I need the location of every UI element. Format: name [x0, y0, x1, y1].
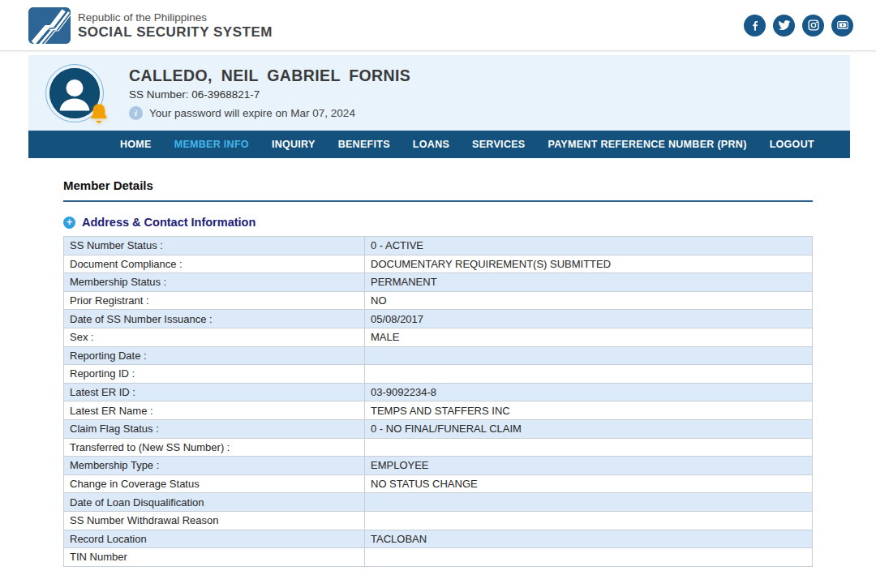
table-row: Prior Registrant :NO: [64, 291, 813, 310]
brand-text: Republic of the Philippines SOCIAL SECUR…: [78, 11, 273, 41]
detail-value: 0 - NO FINAL/FUNERAL CLAIM: [365, 419, 813, 438]
table-row: TIN Number: [64, 548, 813, 567]
detail-value: DOCUMENTARY REQUIREMENT(S) SUBMITTED: [365, 255, 813, 273]
section-title: Address & Contact Information: [82, 216, 256, 229]
expand-plus-icon[interactable]: +: [63, 217, 75, 229]
title-divider: [63, 200, 813, 202]
member-name: CALLEDO, NEIL GABRIEL FORNIS: [129, 67, 410, 85]
nav-item-payment-reference-number-prn[interactable]: PAYMENT REFERENCE NUMBER (PRN): [548, 139, 746, 150]
detail-label: Date of Loan Disqualification: [64, 493, 365, 512]
nav-item-logout[interactable]: LOGOUT: [770, 139, 814, 150]
detail-label: TIN Number: [64, 548, 365, 567]
top-bar: Republic of the Philippines SOCIAL SECUR…: [0, 0, 876, 51]
table-row: Latest ER ID :03-9092234-8: [64, 383, 813, 401]
nav-item-home[interactable]: HOME: [120, 139, 152, 150]
brand-sss-line: SOCIAL SECURITY SYSTEM: [78, 24, 273, 41]
detail-label: Latest ER Name :: [64, 401, 365, 420]
detail-label: Record Location: [64, 530, 365, 548]
detail-value: EMPLOYEE: [365, 457, 813, 475]
detail-value: NO STATUS CHANGE: [365, 474, 813, 493]
detail-value: [365, 365, 813, 384]
detail-value: 03-9092234-8: [365, 383, 813, 401]
table-row: Change in Coverage StatusNO STATUS CHANG…: [64, 474, 813, 493]
table-row: Latest ER Name :TEMPS AND STAFFERS INC: [64, 401, 813, 420]
member-details-table: SS Number Status :0 - ACTIVEDocument Com…: [63, 236, 813, 567]
detail-label: Date of SS Number Issuance :: [64, 310, 365, 328]
member-ss-number: SS Number: 06-3968821-7: [129, 88, 410, 101]
member-meta: CALLEDO, NEIL GABRIEL FORNIS SS Number: …: [129, 67, 410, 120]
table-row: Record LocationTACLOBAN: [64, 530, 813, 548]
nav-item-services[interactable]: SERVICES: [472, 139, 525, 150]
detail-value: [365, 493, 813, 512]
detail-value: 05/08/2017: [365, 310, 813, 328]
table-row: Document Compliance :DOCUMENTARY REQUIRE…: [64, 255, 813, 273]
detail-value: MALE: [365, 328, 813, 346]
brand-republic-line: Republic of the Philippines: [78, 11, 273, 24]
detail-value: [365, 511, 813, 530]
detail-value: TEMPS AND STAFFERS INC: [365, 401, 813, 420]
content: Member Details + Address & Contact Infor…: [63, 178, 813, 567]
detail-label: SS Number Status :: [64, 237, 365, 255]
sss-logo-icon: [28, 7, 71, 44]
detail-label: Reporting ID :: [64, 365, 365, 384]
detail-value: 0 - ACTIVE: [365, 237, 813, 255]
nav-item-loans[interactable]: LOANS: [413, 139, 449, 150]
detail-label: Membership Status :: [64, 273, 365, 292]
detail-label: SS Number Withdrawal Reason: [64, 511, 365, 530]
page-title: Member Details: [63, 178, 813, 192]
table-row: Transferred to (New SS Number) :: [64, 438, 813, 457]
detail-label: Claim Flag Status :: [64, 419, 365, 438]
detail-value: NO: [365, 291, 813, 310]
notification-bell-icon[interactable]: [87, 101, 111, 126]
nav-item-benefits[interactable]: BENEFITS: [338, 139, 390, 150]
detail-label: Sex :: [64, 328, 365, 346]
table-row: Membership Status :PERMANENT: [64, 273, 813, 292]
detail-label: Prior Registrant :: [64, 291, 365, 310]
table-row: SS Number Withdrawal Reason: [64, 511, 813, 530]
nav-item-member-info[interactable]: MEMBER INFO: [174, 139, 249, 150]
detail-label: Transferred to (New SS Number) :: [64, 438, 365, 457]
table-row: Reporting Date :: [64, 346, 813, 365]
detail-label: Change in Coverage Status: [64, 474, 365, 493]
table-row: Membership Type :EMPLOYEE: [64, 457, 813, 475]
main-nav: HOMEMEMBER INFOINQUIRYBENEFITSLOANSSERVI…: [28, 131, 850, 158]
table-row: Date of Loan Disqualification: [64, 493, 813, 512]
detail-label: Membership Type :: [64, 457, 365, 475]
detail-value: [365, 548, 813, 567]
info-icon: i: [129, 106, 143, 120]
table-row: Sex :MALE: [64, 328, 813, 346]
instagram-icon[interactable]: [802, 15, 824, 36]
youtube-icon[interactable]: [831, 15, 853, 36]
avatar: [45, 64, 104, 122]
detail-value: PERMANENT: [365, 273, 813, 292]
table-row: SS Number Status :0 - ACTIVE: [64, 237, 813, 255]
detail-value: [365, 346, 813, 365]
section-address-contact[interactable]: + Address & Contact Information: [63, 216, 813, 229]
twitter-icon[interactable]: [773, 15, 795, 36]
detail-label: Latest ER ID :: [64, 383, 365, 401]
detail-value: TACLOBAN: [365, 530, 813, 548]
member-banner: CALLEDO, NEIL GABRIEL FORNIS SS Number: …: [28, 55, 850, 131]
table-row: Date of SS Number Issuance :05/08/2017: [64, 310, 813, 328]
password-expiry-row: i Your password will expire on Mar 07, 2…: [129, 106, 410, 120]
social-links: [744, 15, 853, 36]
table-row: Claim Flag Status :0 - NO FINAL/FUNERAL …: [64, 419, 813, 438]
table-row: Reporting ID :: [64, 365, 813, 384]
detail-label: Document Compliance :: [64, 255, 365, 273]
nav-item-inquiry[interactable]: INQUIRY: [272, 139, 316, 150]
detail-value: [365, 438, 813, 457]
sss-logo-stripes: [28, 7, 71, 44]
facebook-icon[interactable]: [744, 15, 766, 36]
password-expiry-notice: Your password will expire on Mar 07, 202…: [149, 107, 355, 119]
detail-label: Reporting Date :: [64, 346, 365, 365]
brand: Republic of the Philippines SOCIAL SECUR…: [28, 7, 273, 44]
